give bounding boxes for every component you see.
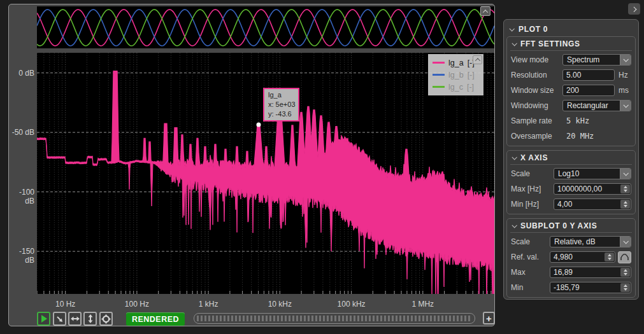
y-axis-header[interactable]: SUBPLOT 0 Y AXIS [510,219,632,233]
y-scale-value: Relative, dB [554,237,596,247]
spin-up-icon [608,254,612,256]
plot0-title: PLOT 0 [519,25,548,34]
waveform-preview-strip[interactable] [37,6,494,48]
y-scale-dropdown[interactable]: Relative, dB [550,236,631,247]
sample-rate-row: Sample rate 5 kHz [510,113,632,129]
spin-up-icon [624,284,627,287]
horizontal-scrollbar[interactable] [194,313,475,324]
x-tick-label: 1 MHz [411,300,434,309]
ref-from-peak-button[interactable] [618,251,631,263]
play-button[interactable] [37,312,50,326]
spectrum-plot-area[interactable]: lg_a [-] lg_b [-] lg_c [-] lg_a x: 5e+03… [37,53,494,294]
panel-collapse-button[interactable] [628,3,640,15]
y-min-field-wrap [550,282,631,293]
legend-series-name: lg_b [448,71,464,80]
dropdown-arrow[interactable] [620,101,631,111]
y-tick-label: -50 dB [9,128,34,137]
x-max-label: Max [Hz] [511,184,554,193]
peak-curve-icon [620,254,629,261]
y-max-input[interactable] [550,267,631,277]
window-size-unit: ms [619,86,631,95]
y-ref-row: Ref. val. [510,249,632,265]
y-min-row: Min [510,280,632,295]
fit-vertical-button[interactable] [83,312,97,326]
window-size-label: Window size [511,86,562,95]
scrollbar-thumb-texture [197,316,472,321]
target-circle-icon [101,314,111,324]
settings-panel: PLOT 0 FFT SETTINGS View mode Spectrum R… [503,19,639,300]
chevron-down-icon [623,239,628,244]
chevron-down-icon [512,155,517,160]
spin-down-icon [624,288,627,291]
windowing-value: Rectangular [567,101,608,111]
autoscale-button[interactable] [99,312,113,326]
y-ref-spinner[interactable] [605,253,614,261]
fft-settings-title: FFT SETTINGS [520,39,580,48]
cursor-marker [256,123,261,127]
horizontal-arrows-icon [71,316,80,322]
fft-settings-header[interactable]: FFT SETTINGS [510,38,632,51]
spin-down-icon [624,190,627,192]
x-tick-label: 100 kHz [338,300,366,309]
spin-up-icon [624,186,627,188]
x-min-input[interactable] [554,199,631,209]
legend-series-name: lg_c [448,83,463,92]
y-tick-label: -150 dB [9,247,34,256]
x-min-field-wrap [554,198,631,210]
dropdown-arrow[interactable] [620,169,631,179]
y-min-input[interactable] [550,282,631,293]
view-mode-row: View mode Spectrum [510,52,632,67]
vertical-arrows-icon [87,314,94,323]
fit-diagonal-button[interactable] [53,312,66,326]
legend-item-lg-c[interactable]: lg_c [-] [433,81,483,93]
chevron-right-icon [631,6,636,11]
x-max-input[interactable] [554,184,631,194]
chevron-down-icon [623,170,628,176]
cursor-tooltip: lg_a x: 5e+03 y: -43.6 [263,88,299,122]
dropdown-arrow[interactable] [620,237,631,247]
legend-collapse-button[interactable] [473,55,482,64]
x-tick-label: 1 kHz [199,300,218,309]
waveform-preview-canvas [37,6,494,48]
x-min-spinner[interactable] [620,200,630,209]
window-size-row: Window size ms [510,83,632,98]
resolution-field-wrap [562,69,615,81]
legend-item-lg-b[interactable]: lg_b [-] [433,69,483,81]
window-size-field-wrap [562,85,615,96]
legend-swatch-lg-c [433,86,445,88]
windowing-label: Windowing [511,101,562,110]
view-mode-dropdown[interactable]: Spectrum [562,54,631,66]
x-axis-header[interactable]: X AXIS [510,151,632,165]
windowing-dropdown[interactable]: Rectangular [562,100,631,111]
spin-down-icon [624,273,627,275]
legend-series-name: lg_a [448,59,464,67]
y-scale-label: Scale [511,237,550,246]
dropdown-arrow[interactable] [620,55,631,65]
legend-series-unit: [-] [467,83,474,92]
y-min-spinner[interactable] [620,283,630,292]
x-scale-dropdown[interactable]: Log10 [554,168,631,179]
resolution-input[interactable] [563,70,614,80]
x-scale-row: Scale Log10 [510,166,632,181]
add-plot-button[interactable]: + [483,312,495,324]
spin-up-icon [624,201,627,204]
chevron-down-icon [512,223,517,228]
strip-collapse-button[interactable] [480,6,490,16]
y-min-label: Min [511,283,550,292]
x-min-row: Min [Hz] [510,197,632,212]
y-max-spinner[interactable] [620,268,630,277]
x-tick-label: 100 Hz [125,300,149,309]
y-scale-row: Scale Relative, dB [510,234,632,249]
oversample-value: 20 MHz [566,132,594,141]
plot0-section-header[interactable]: PLOT 0 [504,22,638,36]
tooltip-x-value: x: 5e+03 [268,100,298,109]
oversample-label: Oversample [511,132,562,141]
x-scale-value: Log10 [558,169,579,179]
render-status-badge: RENDERED [126,312,185,326]
chevron-down-icon [623,102,628,108]
x-max-spinner[interactable] [620,184,630,193]
x-tick-label: 10 kHz [268,300,292,309]
window-size-input[interactable] [563,85,614,95]
fit-horizontal-button[interactable] [68,312,82,326]
windowing-row: Windowing Rectangular [510,98,632,113]
